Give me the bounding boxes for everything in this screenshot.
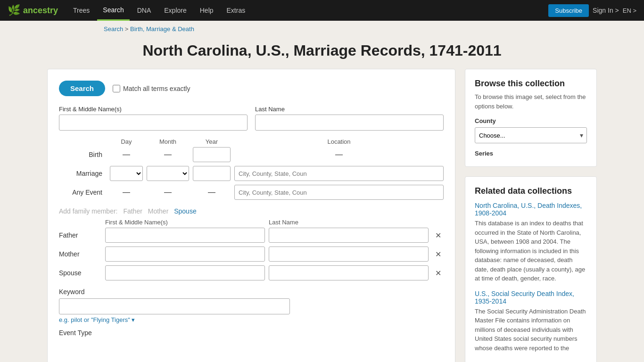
year-col-header: Year xyxy=(193,138,231,145)
marriage-event-row: Marriage xyxy=(59,166,444,181)
any-event-label: Any Event xyxy=(59,189,106,196)
family-first-col-header: First & Middle Name(s) xyxy=(105,219,265,226)
navigation: 🌿 ancestry Trees Search DNA Explore Help… xyxy=(0,0,644,21)
related-link-0[interactable]: North Carolina, U.S., Death Indexes, 190… xyxy=(475,202,587,217)
any-event-row: Any Event — — — xyxy=(59,185,444,200)
father-last-input[interactable] xyxy=(269,228,429,243)
browse-desc: To browse this image set, select from th… xyxy=(475,92,587,111)
search-panel: Search Match all terms exactly First & M… xyxy=(47,69,455,362)
father-first-input[interactable] xyxy=(105,228,265,243)
related-desc-0: This database is an index to deaths that… xyxy=(475,219,587,283)
last-name-input[interactable] xyxy=(255,115,444,131)
add-family-label: Add family member: xyxy=(59,207,117,215)
event-type-section: Event Type xyxy=(59,329,444,337)
logo[interactable]: 🌿 ancestry xyxy=(8,4,58,16)
right-panel: Browse this collection To browse this im… xyxy=(465,69,597,362)
birth-event-row: Birth — — — xyxy=(59,147,444,162)
mother-family-row: Mother ✕ xyxy=(59,247,444,262)
related-title: Related data collections xyxy=(475,186,587,196)
nav-help[interactable]: Help xyxy=(194,0,219,21)
marriage-location-input[interactable] xyxy=(234,166,444,181)
marriage-month-select-wrap xyxy=(147,166,189,181)
location-col-header: Location xyxy=(234,138,444,145)
birth-location-dash: — xyxy=(234,150,444,159)
keyword-label: Keyword xyxy=(59,288,444,296)
mother-last-input[interactable] xyxy=(269,247,429,262)
related-desc-1: The Social Security Administration Death… xyxy=(475,307,587,353)
marriage-day-select-wrap xyxy=(110,166,143,181)
match-exact-label[interactable]: Match all terms exactly xyxy=(113,85,190,92)
first-name-label: First & Middle Name(s) xyxy=(59,106,248,113)
marriage-year-input[interactable] xyxy=(193,166,231,181)
nav-explore[interactable]: Explore xyxy=(158,0,192,21)
nav-extras[interactable]: Extras xyxy=(221,0,251,21)
nav-search[interactable]: Search xyxy=(97,0,129,21)
any-event-location-input[interactable] xyxy=(234,185,444,200)
page-title: North Carolina, U.S., Marriage Records, … xyxy=(0,37,644,69)
family-remove-col-header xyxy=(432,219,444,226)
last-name-label: Last Name xyxy=(255,106,444,113)
signin-link[interactable]: Sign In > xyxy=(593,7,619,14)
language-selector[interactable]: EN > xyxy=(623,7,636,14)
spouse-family-row: Spouse ✕ xyxy=(59,265,444,280)
birth-year-input[interactable] xyxy=(193,147,231,162)
match-exact-text: Match all terms exactly xyxy=(123,85,190,92)
logo-leaf-icon: 🌿 xyxy=(8,4,20,16)
family-cols-header: First & Middle Name(s) Last Name xyxy=(59,219,444,228)
nav-trees[interactable]: Trees xyxy=(67,0,95,21)
events-section: Day Month Year Location Birth — — — Marr… xyxy=(59,138,444,200)
nav-right-section: Subscribe Sign In > EN > xyxy=(548,4,636,17)
spouse-last-input[interactable] xyxy=(269,265,429,280)
related-box: Related data collections North Carolina,… xyxy=(465,176,597,362)
logo-text: ancestry xyxy=(23,6,58,16)
family-header-row: Add family member: Father Mother Spouse xyxy=(59,207,444,215)
add-father-link[interactable]: Father xyxy=(123,207,142,215)
father-remove-button[interactable]: ✕ xyxy=(432,231,444,240)
add-spouse-link[interactable]: Spouse xyxy=(174,207,196,215)
keyword-input[interactable] xyxy=(59,298,290,314)
county-label: County xyxy=(475,117,587,124)
related-link-1[interactable]: U.S., Social Security Death Index, 1935-… xyxy=(475,290,587,305)
match-exact-checkbox[interactable] xyxy=(113,85,120,92)
mother-first-input[interactable] xyxy=(105,247,265,262)
marriage-label: Marriage xyxy=(59,170,106,177)
birth-day-dash: — xyxy=(110,150,143,159)
events-header: Day Month Year Location xyxy=(59,138,444,147)
family-last-col-header: Last Name xyxy=(269,219,429,226)
mother-label: Mother xyxy=(59,250,101,258)
family-section: Add family member: Father Mother Spouse … xyxy=(59,207,444,280)
breadcrumb-search-link[interactable]: Search xyxy=(104,25,123,33)
spouse-label: Spouse xyxy=(59,269,101,277)
birth-label: Birth xyxy=(59,151,106,158)
father-label: Father xyxy=(59,231,101,239)
family-col-empty xyxy=(59,219,101,226)
event-type-label: Event Type xyxy=(59,329,444,337)
breadcrumb-collection-link[interactable]: Birth, Marriage & Death xyxy=(130,25,194,33)
first-name-input[interactable] xyxy=(59,115,248,131)
nav-dna[interactable]: DNA xyxy=(132,0,157,21)
marriage-day-select[interactable] xyxy=(110,166,143,181)
series-label: Series xyxy=(475,150,587,157)
keyword-hint[interactable]: e.g. pilot or "Flying Tigers" ▾ xyxy=(59,316,444,323)
mother-remove-button[interactable]: ✕ xyxy=(432,250,444,259)
content-layout: Search Match all terms exactly First & M… xyxy=(0,69,644,362)
search-button[interactable]: Search xyxy=(59,81,105,96)
breadcrumb: Search > Birth, Marriage & Death xyxy=(0,21,644,37)
any-year-dash: — xyxy=(193,188,231,197)
subscribe-button[interactable]: Subscribe xyxy=(548,4,589,17)
month-col-header: Month xyxy=(147,138,189,145)
day-col-header: Day xyxy=(110,138,143,145)
county-select[interactable]: Choose... xyxy=(475,127,587,143)
breadcrumb-separator: > xyxy=(125,25,130,33)
first-name-group: First & Middle Name(s) xyxy=(59,106,248,131)
any-day-dash: — xyxy=(110,188,143,197)
father-family-row: Father ✕ xyxy=(59,228,444,243)
spouse-remove-button[interactable]: ✕ xyxy=(432,269,444,278)
spouse-first-input[interactable] xyxy=(105,265,265,280)
keyword-section: Keyword e.g. pilot or "Flying Tigers" ▾ xyxy=(59,288,444,323)
name-fields-row: First & Middle Name(s) Last Name xyxy=(59,106,444,131)
add-mother-link[interactable]: Mother xyxy=(148,207,169,215)
birth-month-dash: — xyxy=(147,150,189,159)
browse-box: Browse this collection To browse this im… xyxy=(465,69,597,167)
marriage-month-select[interactable] xyxy=(147,166,189,181)
